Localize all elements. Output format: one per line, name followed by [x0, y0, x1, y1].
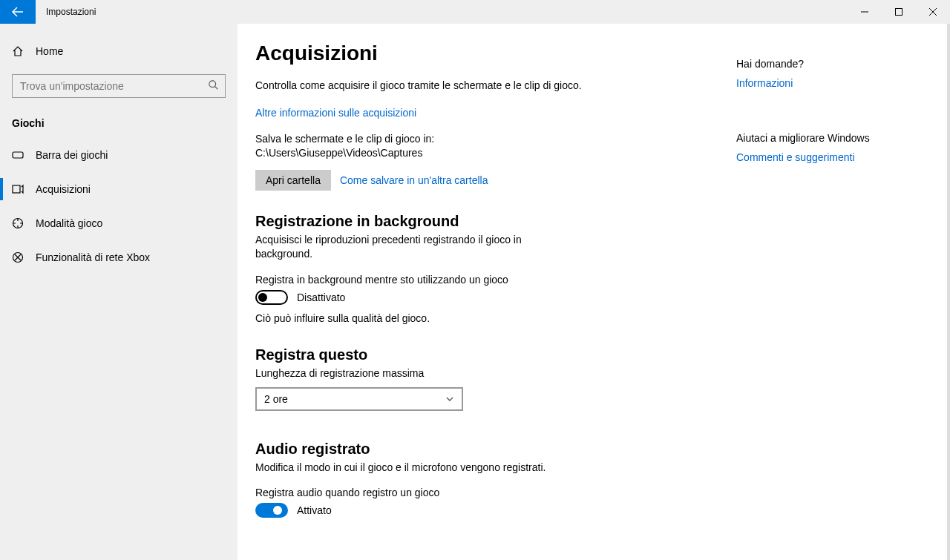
sidebar-item-xbox-network[interactable]: Funzionalità di rete Xbox — [0, 240, 238, 274]
audio-toggle-label: Registra audio quando registro un gioco — [255, 487, 736, 498]
window-title: Impostazioni — [36, 0, 96, 24]
back-button[interactable] — [0, 0, 36, 24]
bg-rec-heading: Registrazione in background — [255, 213, 736, 230]
arrow-left-icon — [12, 6, 24, 18]
close-icon — [929, 8, 937, 16]
audio-desc: Modifica il modo in cui il gioco e il mi… — [255, 461, 626, 475]
sidebar-item-label: Acquisizioni — [36, 183, 91, 195]
sidebar-item-captures[interactable]: Acquisizioni — [0, 172, 238, 206]
sidebar-item-game-mode[interactable]: Modalità gioco — [0, 206, 238, 240]
maximize-icon — [895, 8, 902, 16]
max-length-value: 2 ore — [264, 393, 288, 405]
more-info-link[interactable]: Altre informazioni sulle acquisizioni — [255, 107, 736, 119]
game-mode-icon — [12, 217, 24, 229]
page-intro: Controlla come acquisire il gioco tramit… — [255, 79, 597, 93]
titlebar: Impostazioni — [0, 0, 950, 24]
sidebar-home[interactable]: Home — [0, 34, 238, 68]
captures-icon — [12, 183, 24, 195]
max-length-select[interactable]: 2 ore — [255, 387, 463, 411]
info-link[interactable]: Informazioni — [736, 77, 911, 89]
home-icon — [12, 45, 24, 57]
audio-heading: Audio registrato — [255, 441, 736, 458]
rec-this-heading: Registra questo — [255, 346, 736, 363]
sidebar: Home Giochi Barra dei giochi Acquisizion… — [0, 24, 238, 560]
page-title: Acquisizioni — [255, 42, 736, 65]
content-area: Acquisizioni Controlla come acquisire il… — [238, 24, 950, 560]
bg-rec-toggle-label: Registra in background mentre sto utiliz… — [255, 274, 736, 286]
game-bar-icon — [12, 149, 24, 161]
bg-rec-toggle[interactable] — [255, 290, 288, 305]
questions-heading: Hai domande? — [736, 58, 911, 70]
sidebar-item-label: Modalità gioco — [36, 217, 102, 229]
scrollbar[interactable] — [947, 24, 950, 560]
svg-point-1 — [209, 80, 216, 87]
minimize-button[interactable] — [848, 0, 882, 24]
search-input[interactable] — [20, 80, 209, 92]
svg-rect-2 — [13, 152, 23, 158]
help-improve-heading: Aiutaci a migliorare Windows — [736, 132, 911, 144]
right-rail: Hai domande? Informazioni Aiutaci a migl… — [736, 24, 929, 168]
close-button[interactable] — [916, 0, 950, 24]
bg-rec-toggle-state: Disattivato — [297, 291, 345, 303]
how-to-save-link[interactable]: Come salvare in un'altra cartella — [340, 174, 488, 186]
maximize-button[interactable] — [882, 0, 916, 24]
sidebar-category: Giochi — [0, 104, 238, 138]
open-folder-button[interactable]: Apri cartella — [255, 170, 331, 191]
sidebar-item-label: Funzionalità di rete Xbox — [36, 251, 150, 263]
svg-rect-0 — [896, 9, 902, 16]
rec-this-sub: Lunghezza di registrazione massima — [255, 366, 597, 381]
save-path-text: Salva le schermate e le clip di gioco in… — [255, 132, 597, 161]
bg-rec-desc: Acquisisci le riproduzioni precedenti re… — [255, 233, 567, 262]
search-icon — [209, 80, 219, 93]
audio-toggle-state: Attivato — [297, 504, 332, 516]
bg-rec-note: Ciò può influire sulla qualità del gioco… — [255, 312, 736, 324]
sidebar-item-game-bar[interactable]: Barra dei giochi — [0, 138, 238, 172]
svg-rect-3 — [13, 185, 20, 193]
sidebar-home-label: Home — [36, 45, 63, 57]
audio-toggle[interactable] — [255, 503, 288, 518]
chevron-down-icon — [445, 395, 454, 403]
sidebar-item-label: Barra dei giochi — [36, 149, 108, 161]
search-input-wrap[interactable] — [12, 74, 226, 98]
feedback-link[interactable]: Commenti e suggerimenti — [736, 151, 911, 163]
minimize-icon — [861, 8, 868, 16]
xbox-icon — [12, 251, 24, 263]
